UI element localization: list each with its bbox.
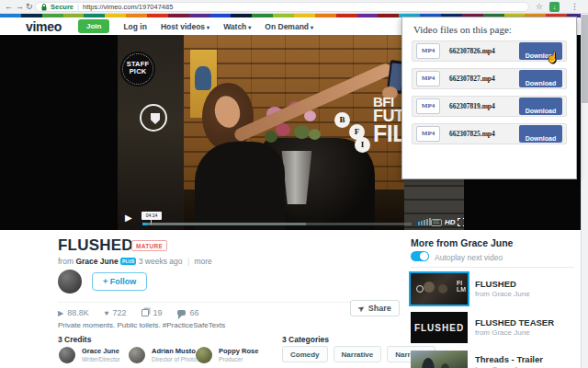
share-icon: ➤ [356,303,367,313]
scene-leaves [265,131,277,143]
volume-bars[interactable] [418,218,431,225]
scene-leaves [309,129,321,140]
byline-from: from [58,257,74,266]
chevron-down-icon: ▾ [207,25,209,30]
forward-icon[interactable]: → [16,1,24,13]
plus-badge: PLUS [120,258,136,265]
short-film-badge [140,104,167,132]
nav-host-videos[interactable]: Host videos▾ [161,22,209,31]
extension-popup: Video files on this page: MP4 662307826.… [401,17,577,179]
reload-icon[interactable]: ↻ [26,1,33,13]
nav-label: Host videos [161,22,205,31]
scene-leaves [294,125,310,139]
heart-icon: ♥ [105,309,109,317]
sidebar-video-thumbnail[interactable] [411,351,468,368]
chevron-down-icon: ▾ [311,25,313,30]
avatar [196,347,212,363]
collections-icon [141,309,149,316]
avatar [129,347,145,363]
sidebar-video-byline: from Grace June [475,328,530,337]
stats-row: ▶88.8K ♥722 19 66 [58,302,390,317]
download-button[interactable]: Download 13.9 MB [519,125,562,143]
download-row: MP4 662307826.mp4 Download 103.2 MB ☝ [412,40,567,62]
download-button[interactable]: Download 29.2 MB [519,98,562,115]
download-label: Download [526,108,556,114]
filetype-badge: MP4 [416,126,440,142]
nav-on-demand[interactable]: On Demand▾ [265,22,313,31]
download-row: MP4 662307825.mp4 Download 13.9 MB [412,123,567,144]
popup-title: Video files on this page: [402,17,576,40]
collections-count: 19 [153,308,162,317]
download-row: MP4 662307827.mp4 Download 41.7 MB [412,68,567,89]
more-link[interactable]: more [194,257,211,266]
filename: 662307819.mp4 [449,102,495,110]
vimeo-logo[interactable]: vimeo [26,19,62,34]
scene-woman-body [195,142,285,230]
plays-count: 88.8K [67,308,89,317]
chevron-down-icon: ▾ [248,25,251,30]
cc-button[interactable]: CC [431,219,442,226]
scrollbar-thumb[interactable] [582,15,588,103]
comments-count: 66 [189,308,198,317]
category-chip[interactable]: Narrative [334,346,382,362]
bfi-logo-circle: I [355,137,370,153]
lock-icon [41,4,47,11]
play-button[interactable]: ▶ [125,213,132,223]
comments-stat[interactable]: 66 [177,308,198,317]
browser-menu-icon[interactable]: ⋮ [571,1,579,13]
byline-separator: | [187,257,189,266]
back-icon[interactable]: ← [5,1,13,13]
likes-stat[interactable]: ♥722 [105,308,127,317]
credit-name: Poppy Rose [219,347,258,355]
sidebar-video-thumbnail[interactable]: FLUSHED [411,312,468,343]
login-link[interactable]: Log in [123,22,147,31]
comment-icon [177,310,186,316]
follow-button[interactable]: + Follow [92,272,147,291]
credits-heading: 3 Credits [58,335,91,344]
share-button[interactable]: ➤ Share [350,300,400,316]
upload-age: 3 weeks ago [139,257,183,266]
bfi-logo-circle: B [334,112,350,128]
page-title: FLUSHED [58,236,133,255]
credit-role: Producer [219,356,243,362]
progress-bar[interactable] [142,223,412,225]
category-chip[interactable]: Comedy [282,346,328,362]
bookmark-star-icon[interactable]: ☆ [536,1,543,13]
autoplay-toggle[interactable] [411,251,429,261]
mature-badge: MATURE [131,240,167,251]
page-content: FLUSHED MATURE from Grace June PLUS 3 we… [0,230,581,368]
address-separator: | [77,3,79,11]
credit-role: Writer/Director [82,356,120,362]
divider [411,267,574,268]
filename: 662307825.mp4 [449,130,495,138]
download-label: Download [526,135,556,142]
categories-heading: 3 Categories [282,335,329,344]
collections-stat[interactable]: 19 [141,308,162,317]
credit-name: Grace June [82,347,119,355]
fullscreen-button[interactable] [458,218,464,226]
sidebar-video-title[interactable]: FLUSHED [475,279,516,289]
plays-stat[interactable]: ▶88.8K [58,308,89,317]
filename: 662307827.mp4 [449,75,495,83]
download-row: MP4 662307819.mp4 Download 29.2 MB [412,96,567,117]
download-label: Download [526,80,556,86]
sidebar-video-thumbnail-active[interactable]: FILM [411,273,468,305]
secure-label: Secure [51,3,74,11]
join-button[interactable]: Join [78,19,109,33]
nav-watch[interactable]: Watch▾ [223,22,251,31]
avatar [59,347,75,363]
address-url[interactable]: https://vimeo.com/197047485 [83,3,173,11]
hd-badge: HD [445,218,456,226]
filetype-badge: MP4 [416,43,440,59]
address-bar[interactable]: Secure | https://vimeo.com/197047485 [35,2,529,12]
download-button[interactable]: Download 41.7 MB [519,70,562,87]
byline: from Grace June PLUS 3 weeks ago | more [58,257,212,266]
nav-label: Watch [223,22,246,31]
video-downloader-extension-icon[interactable]: ↓ [549,2,560,12]
timestamp-chip: 04:14 [141,212,162,220]
sidebar-video-title[interactable]: Threads - Trailer [475,354,543,364]
avatar[interactable] [58,270,82,293]
video-description: Private moments. Public toilets. #Practi… [58,321,225,329]
sidebar-video-title[interactable]: FLUSHED TEASER [475,317,554,328]
author-link[interactable]: Grace June [75,257,118,266]
